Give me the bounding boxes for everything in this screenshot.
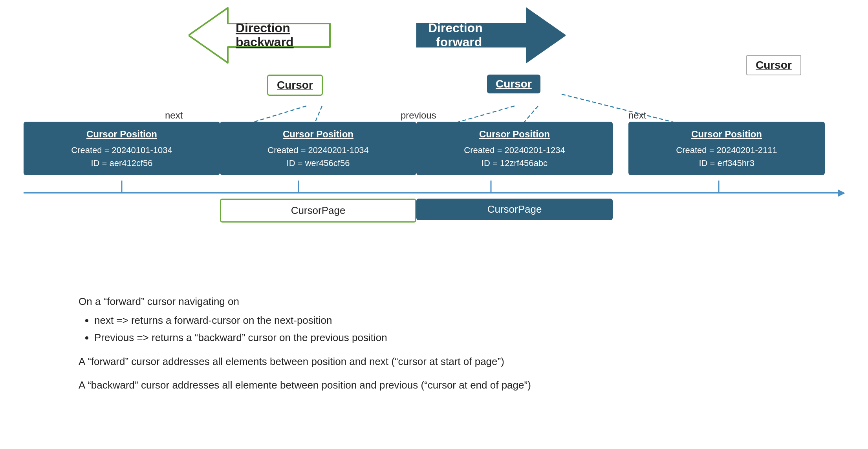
cursor-box-1: Cursor Position Created = 20240101-1034 … (24, 122, 220, 175)
svg-text:Direction: Direction (236, 21, 290, 35)
cursor-label-green: Cursor (267, 75, 323, 96)
cursor-label-green-text: Cursor (277, 79, 313, 91)
desc-bullet1: next => returns a forward-cursor on the … (94, 312, 531, 329)
label-next-right: next (628, 110, 646, 121)
box4-line1: Created = 20240201-2111 (676, 145, 777, 155)
cursor-label-teal-text: Cursor (496, 78, 532, 90)
box1-line2: ID = aer412cf56 (91, 158, 152, 168)
box4-title: Cursor Position (635, 127, 818, 141)
box3-line2: ID = 12zrf456abc (482, 158, 548, 168)
cursor-page-teal-text: CursorPage (487, 203, 542, 215)
desc-para3: A “backward” cursor addresses all elemen… (79, 376, 531, 394)
box4-line2: ID = erf345hr3 (699, 158, 754, 168)
description: On a “forward” cursor navigating on next… (79, 287, 531, 394)
cursor-label-plain: Cursor (746, 55, 801, 75)
box3-line1: Created = 20240201-1234 (464, 145, 565, 155)
cursor-box-2: Cursor Position Created = 20240201-1034 … (220, 122, 416, 175)
direction-backward-arrow: Direction backward (189, 4, 338, 67)
box1-title: Cursor Position (31, 127, 213, 141)
timeline-arrow (838, 190, 845, 197)
cursor-box-4: Cursor Position Created = 20240201-2111 … (628, 122, 825, 175)
label-next-left: next (165, 110, 183, 121)
cursor-page-green-text: CursorPage (291, 204, 346, 216)
cursor-page-teal: CursorPage (416, 199, 613, 220)
svg-text:Direction: Direction (428, 21, 483, 35)
svg-text:backward: backward (236, 35, 294, 49)
direction-forward-arrow: Direction forward (416, 4, 566, 67)
box1-line1: Created = 20240101-1034 (71, 145, 172, 155)
cursor-box-3: Cursor Position Created = 20240201-1234 … (416, 122, 613, 175)
cursor-label-teal: Cursor (487, 75, 540, 93)
desc-para1: On a “forward” cursor navigating on (79, 293, 531, 310)
timeline-line (24, 192, 841, 193)
cursor-page-green: CursorPage (220, 199, 416, 223)
desc-bullet2: Previous => returns a “backward” cursor … (94, 329, 531, 346)
cursor-label-plain-text: Cursor (756, 59, 792, 71)
diagram-area: Direction backward Direction forward Cur… (0, 0, 868, 275)
box3-title: Cursor Position (423, 127, 606, 141)
label-previous: previous (401, 110, 436, 121)
box2-line1: Created = 20240201-1034 (267, 145, 369, 155)
desc-para2: A “forward” cursor addresses all element… (79, 353, 531, 370)
svg-text:forward: forward (436, 35, 482, 49)
box2-title: Cursor Position (227, 127, 409, 141)
box2-line2: ID = wer456cf56 (287, 158, 350, 168)
